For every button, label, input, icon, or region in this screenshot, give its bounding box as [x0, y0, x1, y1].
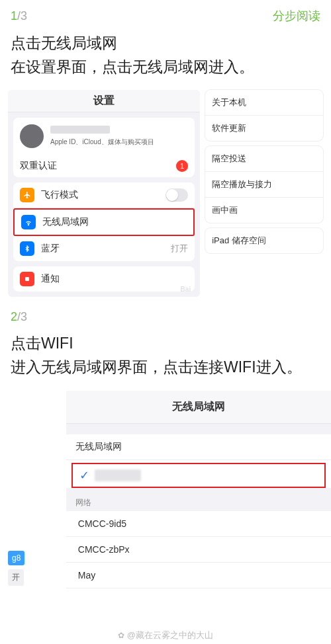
airplane-toggle[interactable]	[166, 188, 188, 202]
bluetooth-label: 蓝牙	[41, 243, 60, 255]
apple-id-card: Apple ID、iCloud、媒体与购买项目 双重认证 1	[13, 118, 195, 177]
notification-row[interactable]: 通知	[13, 266, 195, 292]
step2-current: 2	[11, 310, 17, 323]
notification-icon	[20, 272, 34, 286]
wifi-label: 无线局域网	[42, 216, 89, 228]
wifi-icon	[21, 215, 36, 229]
wifi-row[interactable]: 无线局域网	[13, 208, 195, 236]
watermark-small: Bai	[181, 286, 191, 293]
step-total: /3	[17, 9, 27, 22]
screenshot-2: g8 开 无线局域网 无线局域网 ✓ 网络 CMCC-9id5 CMCC-zbP…	[8, 391, 331, 588]
bluetooth-icon	[20, 241, 34, 256]
pip-row[interactable]: 画中画	[205, 198, 323, 223]
apple-id-row[interactable]: Apple ID、iCloud、媒体与购买项目	[13, 118, 195, 155]
footer-text: @藏在云雾之中的大山	[127, 630, 213, 640]
ipad-storage-row[interactable]: iPad 储存空间	[205, 228, 323, 253]
step-counter-2: 2/3	[11, 310, 27, 324]
network-row-1[interactable]: CMCC-zbPx	[66, 537, 331, 563]
apple-id-name-redacted	[50, 126, 110, 134]
check-icon: ✓	[79, 468, 89, 483]
network-row-0[interactable]: CMCC-9id5	[66, 511, 331, 537]
general-card-1: 关于本机 软件更新	[205, 90, 323, 141]
networks-label: 网络	[66, 491, 331, 511]
mini-tag-g8: g8	[8, 551, 24, 565]
notification-card: 通知 Bai	[13, 266, 195, 292]
wifi-toggle-card: 无线局域网 ✓	[66, 434, 331, 488]
wifi-connected-row[interactable]: ✓	[71, 463, 326, 488]
bluetooth-row[interactable]: 蓝牙 打开	[13, 236, 195, 261]
step1-desc: 在设置界面，点击无线局域网进入。	[0, 56, 331, 85]
general-card-2: 隔空投送 隔空播放与接力 画中画	[205, 146, 323, 223]
shot2-left-sliver: g8 开	[8, 391, 66, 588]
update-row[interactable]: 软件更新	[205, 116, 323, 141]
airplane-icon	[20, 188, 34, 202]
settings-right-pane: 关于本机 软件更新 隔空投送 隔空播放与接力 画中画 iPad 储存空间	[205, 90, 323, 297]
svg-rect-1	[25, 277, 29, 281]
settings-pane: 设置 Apple ID、iCloud、媒体与购买项目 双重认证 1 飞行模式	[8, 90, 200, 297]
airplane-row[interactable]: 飞行模式	[13, 182, 195, 208]
svg-point-0	[28, 225, 28, 225]
step2-title: 点击WIFI	[0, 328, 331, 356]
bluetooth-state: 打开	[171, 243, 188, 255]
apple-id-sub: Apple ID、iCloud、媒体与购买项目	[50, 138, 154, 147]
step-reading-link[interactable]: 分步阅读	[273, 8, 320, 24]
wifi-toggle-row[interactable]: 无线局域网	[66, 434, 331, 460]
notification-label: 通知	[41, 273, 60, 285]
wifi-ssid-redacted	[95, 469, 141, 481]
airdrop-row[interactable]: 隔空投送	[205, 146, 323, 172]
badge-count: 1	[176, 160, 188, 172]
step2-total: /3	[17, 310, 27, 323]
airplane-label: 飞行模式	[41, 189, 78, 201]
step2-desc: 进入无线局域网界面，点击连接WIFI进入。	[0, 356, 331, 385]
general-card-3: iPad 储存空间	[205, 228, 323, 253]
settings-title: 设置	[8, 90, 200, 112]
mini-tag-open: 开	[8, 569, 24, 586]
airplay-row[interactable]: 隔空播放与接力	[205, 172, 323, 198]
two-factor-row[interactable]: 双重认证 1	[13, 155, 195, 177]
step-current: 1	[11, 9, 17, 22]
screenshot-1: 设置 Apple ID、iCloud、媒体与购买项目 双重认证 1 飞行模式	[8, 90, 323, 297]
about-row[interactable]: 关于本机	[205, 90, 323, 116]
bee-icon: ✿	[118, 631, 124, 640]
network-row-2[interactable]: May	[66, 563, 331, 588]
footer-attribution: ✿ @藏在云雾之中的大山	[0, 629, 331, 641]
step1-title: 点击无线局域网	[0, 28, 331, 56]
avatar	[20, 124, 44, 148]
wifi-screen-title: 无线局域网	[66, 391, 331, 424]
wifi-pane: 无线局域网 无线局域网 ✓ 网络 CMCC-9id5 CMCC-zbPx May	[66, 391, 331, 588]
connectivity-card: 飞行模式 无线局域网 蓝牙 打开	[13, 182, 195, 261]
step-counter-1: 1/3	[11, 9, 27, 23]
two-factor-label: 双重认证	[20, 160, 57, 172]
